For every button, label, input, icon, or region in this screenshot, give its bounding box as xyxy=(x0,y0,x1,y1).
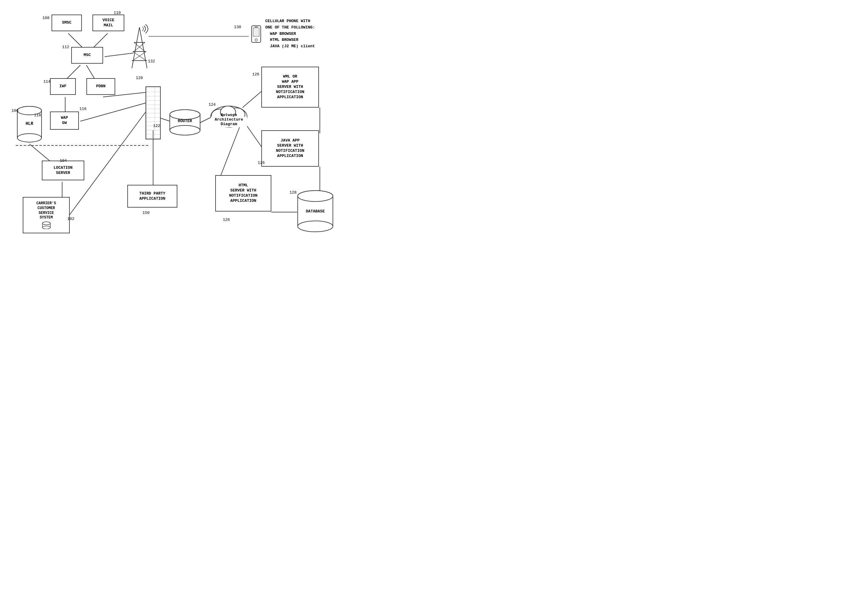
java-server-box: JAVA APPSERVER WITHNOTIFICATIONAPPLICATI… xyxy=(261,130,319,166)
label-110: 110 xyxy=(114,10,121,15)
label-114: 114 xyxy=(44,79,50,84)
carrier-css-box: CARRIER'SCUSTOMERSERVICESYSTEM xyxy=(23,197,70,233)
svg-point-54 xyxy=(42,226,50,229)
label-106: 106 xyxy=(12,108,18,113)
voicemail-label: VOICEMAIL xyxy=(102,18,114,28)
label-150: 150 xyxy=(143,211,149,215)
label-108: 108 xyxy=(42,16,50,20)
database-label: DATABASE xyxy=(296,209,335,214)
msc-label: MSC xyxy=(84,53,91,58)
hlr-label: HLR xyxy=(16,121,43,126)
smsc-label: SMSC xyxy=(62,20,71,25)
svg-point-46 xyxy=(170,126,200,135)
smsc-box: SMSC xyxy=(51,15,82,31)
network-diagram: Network Architecture Diagram xyxy=(0,0,364,264)
iwf-label: IWF xyxy=(59,84,66,89)
label-132: 132 xyxy=(148,59,155,64)
svg-point-51 xyxy=(298,190,333,201)
carrier-css-label: CARRIER'SCUSTOMERSERVICESYSTEM xyxy=(36,201,56,220)
wap-gw-box: WAPGW xyxy=(50,111,79,130)
html-server-label: HTMLSERVER WITHNOTIFICATIONAPPLICATION xyxy=(229,183,258,204)
label-112: 112 xyxy=(62,45,69,49)
svg-line-14 xyxy=(218,127,239,182)
label-104: 104 xyxy=(60,159,67,163)
internet-label: Network Architecture Diagram xyxy=(209,113,249,126)
label-126c: 126 xyxy=(223,217,230,222)
label-130: 130 xyxy=(234,25,241,29)
label-126b: 126 xyxy=(258,160,265,165)
third-party-box: THIRD PARTYAPPLICATION xyxy=(127,185,177,208)
java-server-label: JAVA APPSERVER WITHNOTIFICATIONAPPLICATI… xyxy=(276,138,304,159)
msc-box: MSC xyxy=(71,47,103,64)
firewall-box xyxy=(146,86,161,139)
html-server-box: HTMLSERVER WITHNOTIFICATIONAPPLICATION xyxy=(215,175,271,211)
svg-point-47 xyxy=(170,110,200,119)
svg-point-42 xyxy=(17,133,42,142)
label-122: 122 xyxy=(153,124,160,128)
label-118: 118 xyxy=(34,113,41,118)
label-124: 124 xyxy=(209,102,215,107)
location-server-box: LOCATIONSERVER xyxy=(42,160,84,180)
label-128: 128 xyxy=(290,190,296,195)
svg-line-0 xyxy=(68,33,83,48)
router-label: ROUTER xyxy=(168,119,201,123)
wap-gw-label: WAPGW xyxy=(61,115,68,126)
router-cylinder: ROUTER xyxy=(168,109,201,136)
iwf-box: IWF xyxy=(50,78,76,95)
wml-server-label: WML ORWAP APPSERVER WITHNOTIFICATIONAPPL… xyxy=(276,74,304,100)
svg-line-1 xyxy=(92,33,108,48)
third-party-label: THIRD PARTYAPPLICATION xyxy=(140,191,165,201)
pdbn-box: PDBN xyxy=(86,78,115,95)
database-cylinder: DATABASE xyxy=(296,189,335,233)
label-102: 102 xyxy=(67,217,74,221)
voicemail-box: VOICEMAIL xyxy=(92,15,124,31)
label-120: 120 xyxy=(136,76,143,80)
cellular-phone-icon xyxy=(249,24,264,45)
svg-point-55 xyxy=(42,222,50,225)
label-116: 116 xyxy=(80,106,86,111)
label-126a: 126 xyxy=(252,72,259,76)
svg-rect-37 xyxy=(253,28,259,36)
cellular-phone-annotation: CELLULAR PHONE WITH ONE OF THE FOLLOWING… xyxy=(265,18,315,50)
hlr-cylinder: HLR xyxy=(16,105,43,144)
pdbn-label: PDBN xyxy=(96,84,105,89)
wml-server-box: WML ORWAP APPSERVER WITHNOTIFICATIONAPPL… xyxy=(261,67,319,108)
svg-point-50 xyxy=(298,221,333,232)
svg-line-6 xyxy=(80,103,146,121)
location-server-label: LOCATIONSERVER xyxy=(54,165,72,176)
